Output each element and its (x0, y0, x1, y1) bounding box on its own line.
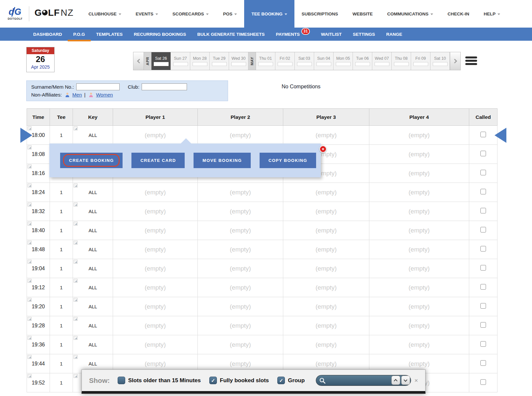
player-slot-cell[interactable]: (empty) (198, 221, 283, 240)
player-slot-cell[interactable]: (empty) (369, 221, 469, 240)
player-slot-cell[interactable]: (empty) (198, 316, 283, 335)
time-cell[interactable]: 18:48 (27, 240, 50, 259)
player-slot-cell[interactable]: (empty) (198, 202, 283, 221)
cell-menu-icon[interactable] (74, 279, 78, 283)
day-tab-fri-09[interactable]: Fri 09 (411, 52, 430, 70)
date-strip-prev-button[interactable] (133, 52, 144, 70)
player-slot-cell[interactable]: (empty) (113, 316, 198, 335)
time-cell[interactable]: 19:52 (27, 373, 50, 392)
cell-menu-icon[interactable] (74, 298, 78, 302)
subnav-item-bulk-generate-timesheets[interactable]: BULK GENERATE TIMESHEETS (192, 28, 270, 41)
copy-booking-button[interactable]: COPY BOOKING (260, 153, 316, 168)
called-checkbox[interactable] (480, 132, 486, 137)
subnav-item-p-o-g[interactable]: P.O.G (68, 28, 91, 41)
player-slot-cell[interactable]: (empty) (283, 183, 369, 202)
day-tab-mon-05[interactable]: Mon 05 (334, 52, 353, 70)
spin-up-button[interactable] (391, 376, 400, 385)
key-cell[interactable]: ALL (73, 335, 113, 354)
key-cell[interactable]: ALL (73, 316, 113, 335)
called-checkbox[interactable] (480, 341, 486, 347)
player-slot-cell[interactable]: (empty) (113, 240, 198, 259)
player-slot-cell[interactable]: (empty) (113, 297, 198, 316)
day-tab-sat-10[interactable]: Sat 10 (430, 52, 450, 70)
called-checkbox[interactable] (480, 246, 486, 252)
player-slot-cell[interactable]: (empty) (369, 202, 469, 221)
called-checkbox[interactable] (480, 379, 486, 385)
checkbox-checked-icon[interactable]: ✓ (209, 377, 217, 384)
player-slot-cell[interactable]: (empty) (369, 183, 469, 202)
surname-input[interactable] (76, 83, 120, 90)
cell-menu-icon[interactable] (28, 336, 32, 340)
nav-item-subscriptions[interactable]: SUBSCRIPTIONS (294, 0, 345, 28)
time-cell[interactable]: 19:28 (27, 316, 50, 335)
player-slot-cell[interactable]: (empty) (198, 183, 283, 202)
create-booking-button[interactable]: CREATE BOOKING (60, 153, 123, 168)
player-slot-cell[interactable]: (empty) (283, 240, 369, 259)
time-cell[interactable]: 19:12 (27, 278, 50, 297)
day-tab-sat-26[interactable]: Sat 26 (151, 52, 171, 70)
player-slot-cell[interactable]: (empty) (113, 202, 198, 221)
non-affiliate-men-link[interactable]: Men (72, 92, 82, 98)
subnav-item-waitlist[interactable]: WAITLIST (315, 28, 347, 41)
cell-menu-icon[interactable] (28, 241, 32, 245)
day-tab-sun-04[interactable]: Sun 04 (314, 52, 334, 70)
called-checkbox[interactable] (480, 170, 486, 175)
player-slot-cell[interactable]: (empty) (113, 278, 198, 297)
cell-menu-icon[interactable] (28, 298, 32, 302)
player-slot-cell[interactable]: (empty) (198, 335, 283, 354)
player-slot-cell[interactable]: (empty) (283, 126, 369, 145)
filter-group[interactable]: ✓Group (277, 377, 305, 384)
day-tab-tue-29[interactable]: Tue 29 (210, 52, 229, 70)
called-checkbox[interactable] (480, 284, 486, 290)
cell-menu-icon[interactable] (28, 145, 32, 149)
day-tab-sun-27[interactable]: Sun 27 (171, 52, 190, 70)
nav-item-events[interactable]: EVENTS (128, 0, 165, 28)
cell-menu-icon[interactable] (74, 317, 78, 321)
subnav-item-payments[interactable]: PAYMENTS31 (270, 28, 315, 41)
player-slot-cell[interactable]: (empty) (369, 278, 469, 297)
time-cell[interactable]: 18:08 (27, 145, 50, 164)
nav-item-clubhouse[interactable]: CLUBHOUSE (81, 0, 128, 28)
subnav-item-templates[interactable]: TEMPLATES (91, 28, 128, 41)
player-slot-cell[interactable]: (empty) (369, 316, 469, 335)
player-slot-cell[interactable]: (empty) (198, 278, 283, 297)
cell-menu-icon[interactable] (28, 260, 32, 264)
nav-item-check-in[interactable]: CHECK-IN (440, 0, 476, 28)
non-affiliate-women-link[interactable]: Women (96, 92, 113, 98)
subnav-item-range[interactable]: RANGE (381, 28, 408, 41)
cell-menu-icon[interactable] (28, 317, 32, 321)
dotgolf-logo[interactable]: dG DOTGOLF (7, 7, 24, 20)
cell-menu-icon[interactable] (28, 374, 32, 378)
cell-menu-icon[interactable] (74, 126, 78, 130)
cell-menu-icon[interactable] (74, 336, 78, 340)
key-cell[interactable]: ALL (73, 126, 113, 145)
player-slot-cell[interactable]: (empty) (283, 316, 369, 335)
cell-menu-icon[interactable] (74, 355, 78, 359)
day-tab-sat-03[interactable]: Sat 03 (295, 52, 314, 70)
player-slot-cell[interactable]: (empty) (369, 145, 469, 164)
subnav-item-recurring-bookings[interactable]: RECURRING BOOKINGS (128, 28, 192, 41)
time-cell[interactable]: 18:32 (27, 202, 50, 221)
cell-menu-icon[interactable] (28, 184, 32, 187)
cell-menu-icon[interactable] (74, 203, 78, 207)
club-input[interactable] (142, 83, 187, 90)
called-checkbox[interactable] (480, 360, 486, 366)
time-cell[interactable]: 19:04 (27, 259, 50, 278)
key-cell[interactable]: ALL (73, 202, 113, 221)
day-tab-fri-02[interactable]: Fri 02 (275, 52, 295, 70)
cell-menu-icon[interactable] (74, 184, 78, 187)
player-slot-cell[interactable]: (empty) (369, 126, 469, 145)
popup-close-button[interactable]: ✕ (319, 145, 327, 153)
checkbox-checked-icon[interactable]: ✓ (277, 377, 285, 384)
nav-item-communications[interactable]: COMMUNICATIONS (380, 0, 440, 28)
filter-fully-booked-slots[interactable]: ✓Fully booked slots (209, 377, 269, 384)
subnav-item-dashboard[interactable]: DASHBOARD (28, 28, 68, 41)
nav-item-scorecards[interactable]: SCORECARDS (165, 0, 216, 28)
time-cell[interactable]: 18:24 (27, 183, 50, 202)
player-slot-cell[interactable]: (empty) (113, 335, 198, 354)
day-tab-thu-08[interactable]: Thu 08 (392, 52, 411, 70)
nav-item-pos[interactable]: POS (216, 0, 244, 28)
nav-item-website[interactable]: WEBSITE (345, 0, 380, 28)
called-checkbox[interactable] (480, 151, 486, 156)
day-tab-mon-28[interactable]: Mon 28 (190, 52, 210, 70)
